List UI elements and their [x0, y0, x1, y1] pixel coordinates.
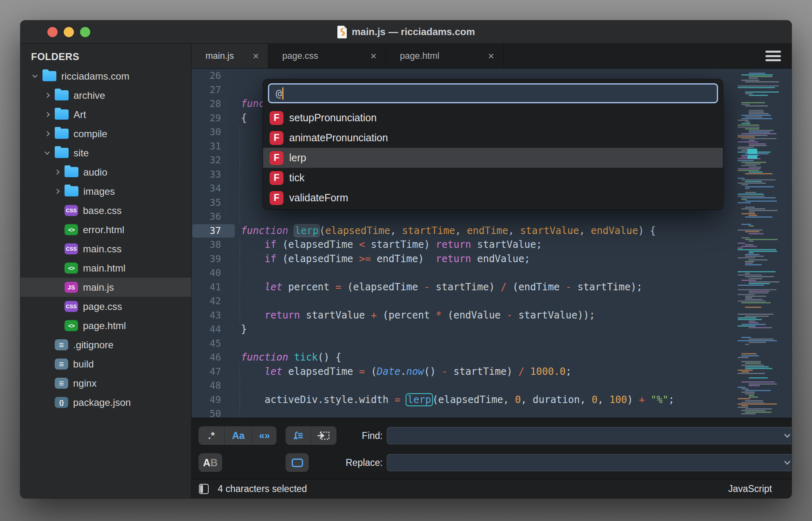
minimap-code-line [741, 179, 776, 180]
language-mode[interactable]: JavaScript [728, 483, 772, 494]
autocomplete-item-validateForm[interactable]: FvalidateForm [263, 188, 723, 208]
chevron-placeholder [51, 244, 62, 254]
autocomplete-item-tick[interactable]: Ftick [263, 168, 723, 188]
sidebar-item-audio[interactable]: audio [20, 163, 191, 182]
code-line-50[interactable]: 50 [192, 407, 792, 418]
sidebar-item-compile[interactable]: compile [20, 124, 191, 143]
close-window-button[interactable] [47, 27, 58, 37]
sidebar-item-page-html[interactable]: <>page.html [20, 316, 191, 335]
code-line-48[interactable]: 48 [192, 379, 792, 393]
autocomplete-query: @ [276, 87, 282, 99]
minimap-code-line [745, 181, 762, 182]
zoom-window-button[interactable] [80, 27, 90, 37]
disclosure-chevron-icon[interactable] [29, 71, 40, 82]
wrap-around-toggle[interactable] [286, 426, 311, 445]
disclosure-chevron-icon[interactable] [42, 109, 52, 120]
code-line-45[interactable]: 45 [192, 336, 792, 351]
minimap-code-line [749, 395, 754, 396]
sidebar-item-nginx[interactable]: ≡nginx [20, 374, 191, 393]
disclosure-chevron-icon[interactable] [42, 148, 52, 158]
sidebar-item-base-css[interactable]: CSSbase.css [20, 201, 191, 220]
code-line-44[interactable]: 44} [192, 322, 792, 336]
minimap[interactable] [735, 69, 792, 418]
line-number: 31 [192, 139, 227, 154]
sidebar-item-build[interactable]: ≡build [20, 354, 191, 374]
sidebar-item-art[interactable]: Art [20, 105, 191, 124]
minimap-code-line [738, 370, 753, 371]
autocomplete-item-lerp[interactable]: Flerp [263, 148, 723, 168]
traffic-lights [47, 20, 90, 43]
tab-close-icon[interactable]: × [488, 51, 494, 61]
code-line-40[interactable]: 40 [192, 266, 792, 280]
minimize-window-button[interactable] [64, 27, 74, 37]
preserve-case-toggle[interactable]: AB [199, 453, 222, 472]
sidebar-item-main-css[interactable]: CSSmain.css [20, 239, 191, 258]
find-history-chevron-icon[interactable] [784, 432, 791, 438]
code-line-41[interactable]: 41 let percent = (elapsedTime - startTim… [192, 280, 792, 294]
minimap-code-line [749, 383, 777, 385]
sidebar-item-label: base.css [83, 205, 122, 216]
minimap-code-line [738, 127, 760, 128]
code-line-49[interactable]: 49 activeDiv.style.width = lerp(elapsedT… [192, 393, 792, 407]
tab-bar-spacer [504, 44, 755, 68]
disclosure-chevron-icon[interactable] [51, 186, 62, 197]
sidebar-item-images[interactable]: images [20, 182, 191, 201]
match-case-toggle[interactable]: Aa [224, 426, 252, 445]
minimap-code-line [749, 292, 768, 294]
code-line-39[interactable]: 39 if (elapsedTime >= endTime) return en… [192, 252, 792, 266]
tab-close-icon[interactable]: × [370, 51, 377, 61]
sidebar-item-ricciadams-com[interactable]: ricciadams.com [20, 67, 191, 86]
minimap-code-line [749, 377, 768, 379]
regex-toggle[interactable]: .* [199, 426, 224, 445]
sidebar-item-package-json[interactable]: {}package.json [20, 393, 191, 412]
replace-input[interactable] [387, 454, 792, 471]
minimap-code-line [745, 192, 756, 193]
sidebar-item-archive[interactable]: archive [20, 86, 191, 105]
minimap-code-line [745, 186, 774, 187]
tab-page-html[interactable]: page.html× [386, 44, 504, 68]
minimap-code-line [738, 196, 765, 197]
autocomplete-item-animatePronunciation[interactable]: FanimatePronunciation [263, 128, 723, 148]
disclosure-chevron-icon[interactable] [42, 129, 52, 139]
minimap-code-line [738, 87, 775, 88]
line-number: 47 [192, 365, 227, 379]
sidebar-item-error-html[interactable]: <>error.html [20, 220, 191, 239]
disclosure-chevron-icon[interactable] [42, 90, 52, 101]
code-editor[interactable]: 262728function29{3031323334353637functio… [192, 69, 792, 418]
replace-history-chevron-icon[interactable] [784, 459, 791, 465]
code-line-47[interactable]: 47 let elapsedTime = (Date.now() - start… [192, 365, 792, 379]
sidebar-item-main-js[interactable]: JSmain.js [20, 278, 191, 297]
app-window: main.js — ricciadams.com FOLDERS ricciad… [20, 20, 792, 498]
selection-mode-icon[interactable] [199, 484, 209, 494]
code-line-36[interactable]: 36 [192, 209, 792, 224]
whole-word-toggle[interactable]: «» [252, 426, 277, 445]
tab-main-js[interactable]: main.js× [192, 44, 268, 68]
sidebar-item-main-html[interactable]: <>main.html [20, 258, 191, 278]
tab-page-css[interactable]: page.css× [268, 44, 386, 68]
code-line-43[interactable]: 43 return startValue + (percent * (endVa… [192, 308, 792, 323]
autocomplete-item-setupPronunciation[interactable]: FsetupPronunciation [263, 108, 723, 128]
minimap-code-line [738, 407, 748, 408]
minimap-code-line [741, 371, 749, 372]
html-file-icon: <> [65, 224, 78, 235]
sidebar-item--gitignore[interactable]: ≡.gitignore [20, 335, 191, 354]
sidebar-item-site[interactable]: site [20, 143, 191, 163]
line-number: 45 [192, 336, 227, 351]
autocomplete-input[interactable]: @ [268, 83, 718, 103]
disclosure-chevron-icon[interactable] [51, 167, 62, 178]
select-result-toggle[interactable] [286, 453, 309, 472]
menu-icon[interactable] [765, 51, 781, 61]
tab-close-icon[interactable]: × [253, 51, 259, 61]
minimap-code-line [738, 183, 766, 184]
json-file-icon: {} [55, 397, 68, 408]
sidebar-item-label: Art [74, 109, 86, 120]
minimap-code-line [738, 403, 777, 405]
find-input[interactable] [387, 427, 792, 444]
code-line-46[interactable]: 46function tick() { [192, 350, 792, 365]
code-line-38[interactable]: 38 if (elapsedTime < startTime) return s… [192, 238, 792, 252]
code-line-37[interactable]: 37function lerp(elapsedTime, startTime, … [192, 224, 792, 238]
minimap-code-line [738, 387, 745, 388]
minimap-code-line [741, 280, 756, 281]
code-line-42[interactable]: 42 [192, 294, 792, 308]
sidebar-item-page-css[interactable]: CSSpage.css [20, 297, 191, 316]
